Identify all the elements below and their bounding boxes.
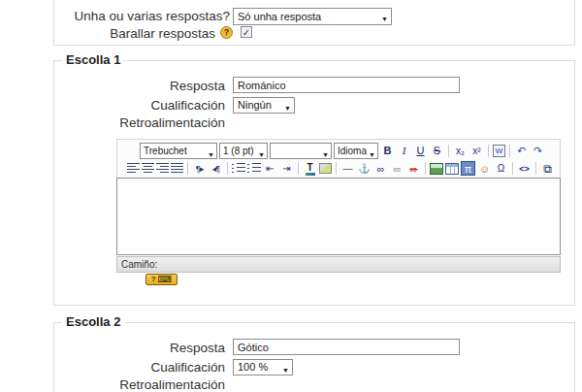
chevron-down-icon: ▼ [282,363,289,377]
anchor-icon[interactable]: ⚓ [357,161,372,176]
insert-table-icon[interactable] [445,163,459,175]
question-edit-form: { "general": { "question_type_label": "U… [0,0,582,392]
font-family-value: Trebuchet [144,146,187,156]
equation-editor-icon[interactable]: π [461,161,475,176]
emoticon-icon[interactable]: ☺ [477,161,492,176]
undo-icon[interactable]: ↶ [514,144,529,158]
toolbar-separator [535,162,536,175]
answer-label: Resposta [0,79,225,94]
grade-select[interactable]: Ningún ▼ [233,97,295,114]
editor-path-bar: Camiño: [116,256,561,273]
direction-rtl-icon[interactable]: ◂¶ [209,161,223,176]
superscript-icon[interactable]: x² [469,144,484,158]
choice-2-legend: Escolla 2 [62,315,124,329]
justify-full-icon[interactable] [171,163,183,174]
grade-label: Cualificación [0,360,225,376]
help-icon[interactable]: ? [220,26,233,39]
toolbar-separator [298,162,299,175]
html-source-icon[interactable]: <> [517,161,532,176]
toolbar-separator [488,145,489,157]
highlight-color-icon[interactable] [319,163,332,174]
question-type-label: Unha ou varias respostas? [0,9,230,24]
shuffle-answers-checkbox[interactable]: ✓ [241,26,252,38]
chevron-down-icon: ▼ [284,101,291,115]
choice-1-legend: Escolla 1 [62,53,124,67]
redo-icon[interactable]: ↷ [531,144,545,158]
editor-toolbar-row-1: Trebuchet ▼ 1 (8 pt) ▼ ▼ Idioma ▼ B I U … [140,142,545,159]
font-family-select[interactable]: Trebuchet ▼ [140,143,217,159]
grade-selected-value: Ningún [238,99,272,111]
toolbar-separator [227,162,228,175]
answer-input[interactable] [233,339,460,355]
editor-toolbar: Trebuchet ▼ 1 (8 pt) ▼ ▼ Idioma ▼ B I U … [116,139,561,178]
feedback-label: Retroalimentación [0,115,225,131]
question-type-select[interactable]: Só unha resposta ▼ [233,8,392,25]
justify-right-icon[interactable] [156,163,169,174]
answer-label: Resposta [0,341,225,356]
font-size-value: 1 (8 pt) [223,146,254,156]
insert-image-icon[interactable] [430,163,443,175]
grade-select[interactable]: 100 % ▼ [233,359,293,376]
outdent-icon[interactable]: ⇤ [263,161,277,176]
format-select[interactable]: ▼ [270,143,332,159]
toolbar-separator [336,162,337,175]
editor-toolbar-row-2: ¶▸ ◂¶ ⇤ ⇥ T — ⚓ ∞ ∞ ∞ π ☺ Ω <> ⧉ [127,160,555,177]
editor-canvas[interactable] [116,178,561,255]
direction-ltr-icon[interactable]: ¶▸ [192,161,207,176]
toolbar-separator [187,162,188,175]
feedback-label: Retroalimentación [0,377,225,392]
ordered-list-icon[interactable] [232,163,245,174]
italic-icon[interactable]: I [397,144,411,158]
indent-icon[interactable]: ⇥ [279,161,294,176]
bullet-list-icon[interactable] [247,163,261,174]
bold-icon[interactable]: B [380,144,395,158]
underline-icon[interactable]: U [413,144,428,158]
toolbar-separator [509,145,510,157]
grade-label: Cualificación [0,98,225,114]
clean-word-html-icon[interactable]: W [493,145,505,157]
shuffle-answers-label: Barallar respostas [0,26,215,42]
nolink-icon[interactable]: ∞ [406,161,421,176]
justify-left-icon[interactable] [127,163,140,174]
horizontal-rule-icon[interactable]: — [340,161,355,176]
special-character-icon[interactable]: Ω [494,161,508,176]
language-value: Idioma [338,146,367,156]
help-icon: ? [151,275,156,284]
keyboard-icon: ⌨ [158,275,172,284]
link-icon[interactable]: ∞ [373,161,388,176]
chevron-down-icon: ▼ [381,12,388,27]
language-select[interactable]: Idioma ▼ [334,143,378,159]
toolbar-separator [512,162,513,175]
fullscreen-editor-icon[interactable]: ⧉ [540,161,555,176]
toolbar-separator [425,162,426,175]
font-size-select[interactable]: 1 (8 pt) ▼ [219,143,268,159]
keyboard-help-button[interactable]: ? ⌨ [146,274,178,285]
toolbar-separator [448,145,449,157]
answer-input[interactable] [233,77,460,93]
grade-selected-value: 100 % [238,361,268,373]
question-type-selected-value: Só unha resposta [238,11,321,22]
justify-center-icon[interactable] [142,163,154,174]
font-color-icon[interactable]: T [303,161,317,176]
strikethrough-icon[interactable]: S [430,144,444,158]
unlink-icon[interactable]: ∞ [390,161,404,176]
subscript-icon[interactable]: x₂ [453,144,468,158]
